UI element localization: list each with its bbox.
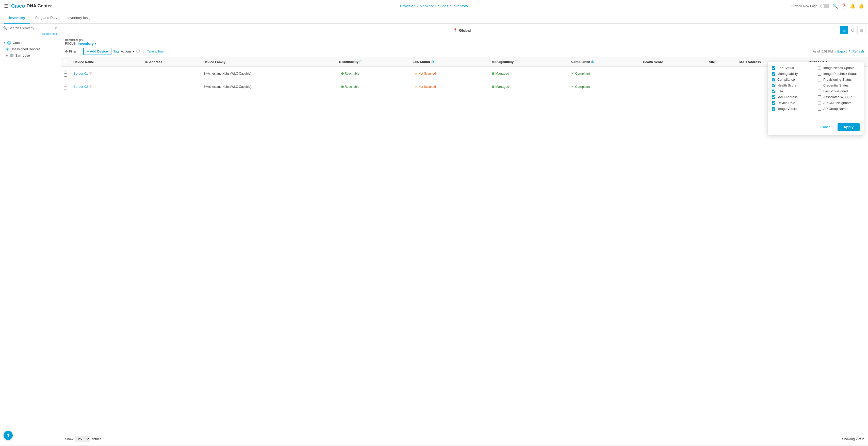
bell-icon[interactable]: 🔔 — [858, 3, 864, 9]
col-pick-left-7: Image Version — [772, 107, 814, 111]
col-checkbox-left-2[interactable] — [772, 78, 775, 81]
filter-btn[interactable]: ⚙ Filter — [65, 49, 76, 53]
th-device-name[interactable]: Device Name — [70, 57, 142, 67]
compliance-info-icon[interactable]: ⓘ — [591, 60, 594, 63]
tree-item-unassigned[interactable]: ◉ Unassigned Devices — [0, 46, 61, 52]
breadcrumb-inventory[interactable]: Inventory — [453, 4, 468, 8]
column-picker-grid: EoX Status Image Needs Update Manageabil… — [772, 66, 860, 111]
th-site[interactable]: Site — [706, 57, 736, 67]
tab-inventory[interactable]: Inventory — [4, 12, 30, 24]
circle-icon-unassigned: ◉ — [6, 47, 9, 51]
th-device-family[interactable]: Device Family — [200, 57, 336, 67]
col-checkbox-left-7[interactable] — [772, 107, 775, 111]
row-checkbox-0[interactable] — [64, 73, 67, 77]
col-checkbox-left-4[interactable] — [772, 90, 775, 93]
refresh-btn[interactable]: ↻ Refresh — [849, 49, 864, 53]
search-help-container: Search Help — [0, 31, 61, 38]
col-checkbox-left-5[interactable] — [772, 95, 775, 99]
row-edit-icon-1[interactable]: ✎ — [64, 83, 67, 87]
topology-view-btn[interactable]: ⬡ — [849, 26, 857, 34]
th-ip-address[interactable]: IP Address — [142, 57, 200, 67]
th-compliance[interactable]: Compliance ⓘ — [568, 57, 640, 67]
focus-value[interactable]: Inventory — [78, 42, 94, 46]
cancel-btn[interactable]: Cancel — [816, 123, 836, 131]
tab-insights[interactable]: Inventory Insights — [62, 12, 100, 24]
col-checkbox-left-0[interactable] — [772, 66, 775, 70]
col-label-right-6: AP CDP Neighbors — [823, 101, 851, 105]
th-manageability[interactable]: Manageability ⓘ — [489, 57, 568, 67]
col-label-right-4: Last Provisioned — [823, 89, 848, 93]
device-info-icon-0[interactable]: ⓘ — [89, 72, 92, 75]
tree-item-global[interactable]: ▼ 🌐 Global — [0, 40, 61, 46]
col-checkbox-right-0[interactable] — [818, 66, 821, 70]
breadcrumb-provision[interactable]: Provision — [400, 4, 415, 8]
col-label-right-3: Credential Status — [823, 83, 849, 87]
col-label-left-5: MAC Address — [777, 95, 798, 99]
search-hierarchy-input[interactable] — [9, 26, 53, 30]
th-eox-status[interactable]: EoX Status ⓘ — [409, 57, 489, 67]
col-checkbox-left-1[interactable] — [772, 72, 775, 76]
cell-site-0 — [706, 67, 736, 80]
hamburger-icon[interactable]: ☰ — [4, 3, 8, 9]
show-entries: Show 25 10 50 100 entries — [65, 436, 101, 442]
row-checkbox-1[interactable] — [64, 87, 67, 90]
top-nav: ☰ Cisco DNA Center Provision / Network D… — [0, 0, 868, 12]
col-checkbox-right-2[interactable] — [818, 78, 821, 81]
tree-item-san-jose[interactable]: ▶ 🏢 San_Jose — [0, 52, 61, 59]
col-checkbox-left-6[interactable] — [772, 101, 775, 105]
export-btn[interactable]: ↑ Export — [835, 49, 847, 53]
search-nav-icon[interactable]: 🔍 — [833, 3, 838, 9]
filter-hierarchy-icon[interactable]: ⚙ — [55, 26, 58, 30]
apply-btn[interactable]: Apply — [838, 123, 860, 131]
eox-info-icon[interactable]: ⓘ — [431, 60, 434, 63]
th-reachability[interactable]: Reachability ⓘ — [336, 57, 409, 67]
cell-managed-1: Managed — [489, 80, 568, 93]
select-all-checkbox[interactable] — [64, 60, 67, 63]
tab-plug-play[interactable]: Plug and Play — [30, 12, 62, 24]
manage-info-icon[interactable]: ⓘ — [515, 60, 518, 63]
map-view-btn[interactable]: ▦ — [857, 26, 865, 34]
preview-label: Preview New Page — [792, 4, 817, 8]
col-checkbox-left-3[interactable] — [772, 84, 775, 87]
focus-dropdown-icon[interactable]: ▾ — [95, 42, 96, 45]
table-body: ✎ Border-01 ⓘ Switches and Hubs (WLC Cap… — [61, 67, 868, 93]
device-info-icon-1[interactable]: ⓘ — [89, 85, 92, 89]
reachability-circle-0 — [341, 72, 344, 75]
list-view-btn[interactable]: ☰ — [840, 26, 848, 34]
info-icon[interactable]: ⓘ — [136, 49, 140, 54]
compliance-badge-0: ✔ Compliant — [571, 72, 637, 75]
activity-icon[interactable]: 🔔 — [850, 3, 855, 9]
eox-badge-1: ⚠ Not Scanned — [412, 84, 438, 89]
th-health-score[interactable]: Health Score — [640, 57, 706, 67]
preview-toggle[interactable] — [820, 4, 829, 8]
brand-cisco: Cisco — [11, 3, 25, 9]
col-checkbox-right-7[interactable] — [818, 107, 821, 111]
help-icon[interactable]: ❓ — [841, 3, 847, 9]
cell-device-name-0: Border-01 ⓘ — [70, 67, 142, 80]
fab-button[interactable]: ⬆ — [4, 431, 13, 440]
col-checkbox-right-3[interactable] — [818, 84, 821, 87]
breadcrumb-network-devices[interactable]: Network Devices — [420, 4, 448, 8]
entries-label: entries — [92, 437, 101, 441]
tour-btn[interactable]: Take a Tour — [147, 49, 164, 53]
device-name-link-0[interactable]: Border-01 ⓘ — [73, 72, 139, 75]
search-help-link[interactable]: Search Help — [42, 32, 58, 35]
reachability-info-icon[interactable]: ⓘ — [360, 60, 362, 63]
device-name-link-1[interactable]: Border-02 ⓘ — [73, 85, 139, 89]
entries-select[interactable]: 25 10 50 100 — [75, 436, 90, 442]
tag-btn[interactable]: Tag — [114, 49, 119, 53]
col-checkbox-right-1[interactable] — [818, 72, 821, 76]
breadcrumb: Provision / Network Devices / Inventory — [400, 4, 468, 8]
cell-family-1: Switches and Hubs (WLC Capable) — [200, 80, 336, 93]
col-checkbox-right-5[interactable] — [818, 95, 821, 99]
toggle-knob — [821, 4, 824, 8]
filter-label: Filter — [69, 49, 76, 53]
col-checkbox-right-6[interactable] — [818, 101, 821, 105]
add-device-btn[interactable]: + Add Device — [83, 48, 111, 55]
row-edit-icon-0[interactable]: ✎ — [64, 70, 67, 73]
col-label-left-7: Image Version — [777, 107, 799, 111]
location-name: Global — [459, 28, 471, 32]
scroll-indicator: — — [772, 115, 860, 119]
actions-btn[interactable]: Actions ▾ — [121, 49, 134, 53]
col-checkbox-right-4[interactable] — [818, 90, 821, 93]
